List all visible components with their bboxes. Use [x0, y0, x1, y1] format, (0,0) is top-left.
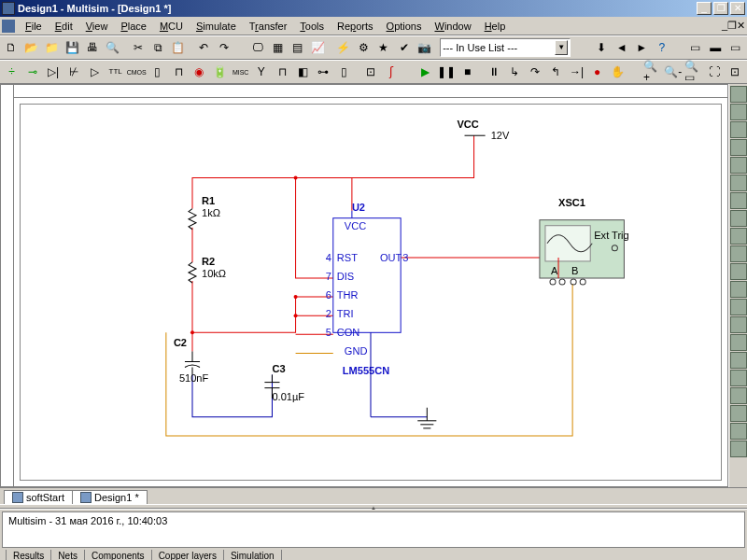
- maximize-button[interactable]: ❐: [713, 2, 728, 15]
- minimize-button[interactable]: _: [697, 2, 712, 15]
- hierarchy-button[interactable]: ▭: [685, 37, 705, 58]
- menu-simulate[interactable]: Simulate: [190, 19, 243, 34]
- current-probe-icon[interactable]: [730, 441, 747, 457]
- power-button[interactable]: 🔋: [210, 62, 230, 82]
- instrument-xsc1[interactable]: XSC1 Ext Trig A B: [540, 197, 629, 285]
- menu-options[interactable]: Options: [380, 19, 429, 34]
- help-button[interactable]: ?: [653, 37, 672, 58]
- zoom-area-button[interactable]: 🔍▭: [684, 62, 703, 82]
- netlist-button[interactable]: ▭: [726, 37, 745, 58]
- menu-edit[interactable]: Edit: [49, 19, 79, 34]
- undo-button[interactable]: ↶: [194, 37, 214, 58]
- fullscreen-button[interactable]: 🖵: [247, 37, 267, 58]
- component-wizard-button[interactable]: ★: [374, 37, 394, 58]
- otab-copper[interactable]: Copper layers: [151, 550, 224, 560]
- probe-icon[interactable]: [730, 423, 747, 440]
- multimeter-icon[interactable]: [730, 86, 747, 103]
- four-ch-scope-icon[interactable]: [730, 157, 747, 174]
- oscilloscope-icon[interactable]: [730, 139, 747, 156]
- schematic-canvas[interactable]: VCC 12V R1 1kΩ R2 10kΩ: [13, 97, 728, 487]
- tek-scope-icon[interactable]: [730, 387, 747, 404]
- menu-file[interactable]: File: [19, 19, 49, 34]
- run-to-button[interactable]: →|: [567, 62, 586, 82]
- capture-button[interactable]: 📷: [415, 37, 434, 58]
- analog-button[interactable]: ▷: [85, 62, 105, 82]
- iv-analyzer-icon[interactable]: [730, 263, 747, 280]
- freq-counter-icon[interactable]: [730, 192, 747, 209]
- agilent-fg-icon[interactable]: [730, 334, 747, 351]
- word-gen-icon[interactable]: [730, 210, 747, 227]
- zoom-full-button[interactable]: ⊡: [726, 62, 745, 82]
- close-button[interactable]: ✕: [730, 2, 745, 15]
- menu-place[interactable]: Place: [114, 19, 153, 34]
- open-sample-button[interactable]: 📁: [42, 37, 62, 58]
- menu-reports[interactable]: Reports: [331, 19, 380, 34]
- ni-button[interactable]: ◧: [293, 62, 313, 82]
- output-text[interactable]: Multisim - 31 мая 2016 г., 10:40:03: [2, 511, 745, 548]
- zoom-fit-button[interactable]: ⛶: [705, 62, 725, 82]
- print-button[interactable]: 🖶: [83, 37, 103, 58]
- component-u2[interactable]: U2 VCC RST4 DIS7 THR6 TRI2 CON5 OUT3 GND…: [326, 202, 428, 417]
- otab-components[interactable]: Components: [84, 550, 152, 560]
- component-r2[interactable]: R2 10kΩ: [189, 256, 226, 283]
- grapher-button[interactable]: 📈: [308, 37, 328, 58]
- breadboard-button[interactable]: ▬: [706, 37, 726, 58]
- print-preview-button[interactable]: 🔍: [103, 37, 122, 58]
- agilent-scope-icon[interactable]: [730, 370, 747, 386]
- spectrum-icon[interactable]: [730, 299, 747, 315]
- cut-button[interactable]: ✂: [128, 37, 148, 58]
- inuse-list-combo[interactable]: --- In Use List --- ▼: [440, 38, 571, 57]
- menu-tools[interactable]: Tools: [293, 19, 331, 34]
- logic-converter-icon[interactable]: [730, 245, 747, 262]
- open-button[interactable]: 📂: [22, 37, 42, 58]
- menu-window[interactable]: Window: [428, 19, 477, 34]
- distortion-icon[interactable]: [730, 281, 747, 298]
- back-button[interactable]: ◄: [612, 37, 631, 58]
- step-over-button[interactable]: ↷: [526, 62, 545, 82]
- database-button[interactable]: ▤: [288, 37, 307, 58]
- mixed-button[interactable]: ⊓: [168, 62, 188, 82]
- new-button[interactable]: 🗋: [2, 37, 21, 58]
- menu-view[interactable]: View: [79, 19, 115, 34]
- bode-plotter-icon[interactable]: [730, 175, 747, 191]
- zoom-out-button[interactable]: 🔍-: [663, 62, 683, 82]
- otab-results[interactable]: Results: [6, 550, 51, 560]
- mcu-button[interactable]: ▯: [334, 62, 354, 82]
- paste-button[interactable]: 📋: [169, 37, 189, 58]
- mdi-restore-button[interactable]: ❐: [727, 20, 737, 32]
- diode-button[interactable]: ▷|: [43, 62, 63, 82]
- run-button[interactable]: ▶: [416, 62, 435, 82]
- copy-button[interactable]: ⧉: [148, 37, 168, 58]
- spreadsheet-button[interactable]: ▦: [268, 37, 288, 58]
- misc-digital-button[interactable]: ▯: [148, 62, 167, 82]
- postproc-button[interactable]: ⚙: [354, 37, 374, 58]
- otab-nets[interactable]: Nets: [50, 550, 85, 560]
- transistor-button[interactable]: ⊬: [64, 62, 84, 82]
- breakpoint-button[interactable]: ●: [587, 62, 607, 82]
- rf-button[interactable]: Y: [251, 62, 271, 82]
- labview-icon[interactable]: [730, 405, 747, 422]
- wattmeter-icon[interactable]: [730, 121, 747, 138]
- pause-button[interactable]: ❚❚: [436, 62, 457, 82]
- menu-mcu[interactable]: MCU: [153, 19, 190, 34]
- save-button[interactable]: 💾: [63, 37, 82, 58]
- otab-simulation[interactable]: Simulation: [223, 550, 282, 560]
- erc-button[interactable]: ✔: [394, 37, 414, 58]
- logic-analyzer-icon[interactable]: [730, 228, 747, 245]
- zoom-in-button[interactable]: 🔍+: [642, 62, 662, 82]
- source-button[interactable]: ÷: [2, 62, 21, 82]
- goto-button[interactable]: ⬇: [592, 37, 612, 58]
- vcc-symbol[interactable]: VCC 12V: [457, 119, 509, 141]
- func-gen-icon[interactable]: [730, 104, 747, 120]
- indicator-button[interactable]: ◉: [190, 62, 209, 82]
- menu-help[interactable]: Help: [478, 19, 513, 34]
- dropdown-arrow-icon[interactable]: ▼: [555, 40, 568, 55]
- analyze-button[interactable]: ⚡: [333, 37, 353, 58]
- step-out-button[interactable]: ↰: [546, 62, 566, 82]
- stop-button[interactable]: ■: [458, 62, 477, 82]
- ground-symbol[interactable]: [417, 408, 436, 428]
- cmos-button[interactable]: CMOS: [126, 62, 147, 82]
- connector-button[interactable]: ⊶: [314, 62, 333, 82]
- mdi-close-button[interactable]: ✕: [737, 20, 745, 32]
- tab-softstart[interactable]: softStart: [4, 490, 73, 504]
